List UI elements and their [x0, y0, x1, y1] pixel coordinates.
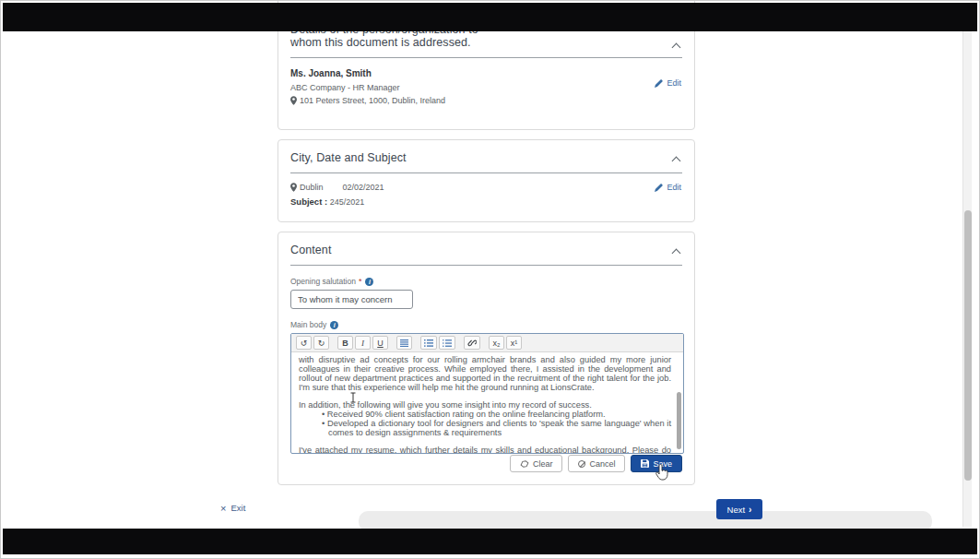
- subject-label: Subject :: [290, 196, 327, 207]
- clear-button[interactable]: Clear: [510, 455, 563, 472]
- addressee-address-row: 101 Peters Street, 1000, Dublin, Ireland: [290, 96, 682, 105]
- addressee-name: Ms. Joanna, Smith: [290, 68, 682, 78]
- city-date-card-title: City, Date and Subject: [290, 151, 682, 164]
- cancel-icon: [578, 460, 585, 468]
- subject-value: 245/2021: [330, 197, 365, 207]
- editor-toolbar: ↺ ↻ B I U x₂ x¹: [291, 334, 683, 352]
- next-label: Next: [727, 505, 746, 515]
- content-card: Content Opening salutation*i Main bodyi …: [277, 232, 695, 485]
- bullet-list-icon: [443, 339, 452, 347]
- eraser-icon: [520, 460, 529, 468]
- main-body-label: Main body: [290, 320, 326, 329]
- align-justify-icon: [400, 339, 408, 347]
- ordered-list-button[interactable]: [420, 336, 437, 350]
- underline-button[interactable]: U: [372, 336, 388, 350]
- edit-label: Edit: [667, 78, 681, 88]
- divider: [290, 265, 682, 266]
- date-value: 02/02/2021: [343, 183, 384, 192]
- redo-button[interactable]: ↻: [313, 336, 329, 350]
- body-bullet: • Developed a dictionary tool for design…: [299, 419, 671, 437]
- align-justify-button[interactable]: [396, 336, 412, 350]
- body-paragraph: with disruptive ad concepts for our roll…: [299, 355, 671, 392]
- letterbox-bottom: [3, 529, 977, 554]
- content-card-title: Content: [290, 244, 682, 256]
- link-button[interactable]: [464, 336, 480, 350]
- location-pin-icon: [290, 96, 297, 105]
- page-scrollbar-thumb[interactable]: [964, 210, 972, 481]
- city-date-edit-button[interactable]: Edit: [655, 183, 681, 192]
- bullet-list-button[interactable]: [439, 336, 455, 350]
- ordered-list-icon: [424, 339, 433, 347]
- superscript-button[interactable]: x¹: [506, 336, 522, 350]
- exit-button[interactable]: × Exit: [220, 503, 245, 513]
- city-value: Dublin: [300, 183, 324, 192]
- collapse-caret-icon[interactable]: [672, 43, 681, 53]
- bold-button[interactable]: B: [337, 336, 353, 350]
- next-button[interactable]: Next ›: [716, 499, 762, 519]
- letterbox-top: [3, 3, 977, 31]
- close-icon: ×: [220, 504, 226, 513]
- edit-label: Edit: [667, 183, 681, 192]
- info-icon[interactable]: i: [330, 321, 338, 329]
- body-paragraph: I've attached my resume, which further d…: [299, 446, 671, 454]
- cancel-button[interactable]: Cancel: [568, 455, 625, 472]
- screen: Details of the person/organization to wh…: [0, 0, 980, 559]
- text-ibeam-cursor: [349, 390, 357, 407]
- chevron-right-icon: ›: [749, 505, 751, 515]
- city-date-row: Dublin 02/02/2021: [290, 183, 682, 192]
- addressee-address: 101 Peters Street, 1000, Dublin, Ireland: [300, 96, 445, 105]
- editor-scrollbar-thumb[interactable]: [677, 392, 681, 449]
- floppy-disk-icon: [641, 459, 649, 468]
- addressee-company: ABC Company - HR Manager: [290, 83, 682, 92]
- divider: [290, 172, 682, 173]
- exit-label: Exit: [230, 503, 245, 513]
- city-date-subject-card: City, Date and Subject Dublin 02/02/2021…: [277, 139, 695, 222]
- page-scrollbar[interactable]: [962, 31, 972, 527]
- location-pin-icon: [290, 183, 297, 192]
- opening-salutation-label: Opening salutation: [290, 277, 356, 286]
- subscript-button[interactable]: x₂: [489, 336, 504, 350]
- main-body-label-row: Main bodyi: [290, 320, 682, 329]
- opening-salutation-label-row: Opening salutation*i: [290, 277, 682, 286]
- undo-button[interactable]: ↺: [296, 336, 312, 350]
- divider: [290, 57, 682, 58]
- required-asterisk: *: [359, 277, 362, 286]
- info-icon[interactable]: i: [365, 278, 373, 286]
- pencil-icon: [655, 184, 663, 192]
- opening-salutation-input[interactable]: [290, 290, 413, 309]
- link-icon: [467, 339, 477, 347]
- body-bullet: • Received 90% client satisfaction ratin…: [299, 410, 671, 419]
- italic-button[interactable]: I: [355, 336, 371, 350]
- mouse-pointer-cursor: [655, 464, 668, 485]
- pencil-icon: [655, 79, 663, 88]
- addressee-edit-button[interactable]: Edit: [655, 78, 681, 88]
- subject-row: Subject : 245/2021: [290, 196, 682, 207]
